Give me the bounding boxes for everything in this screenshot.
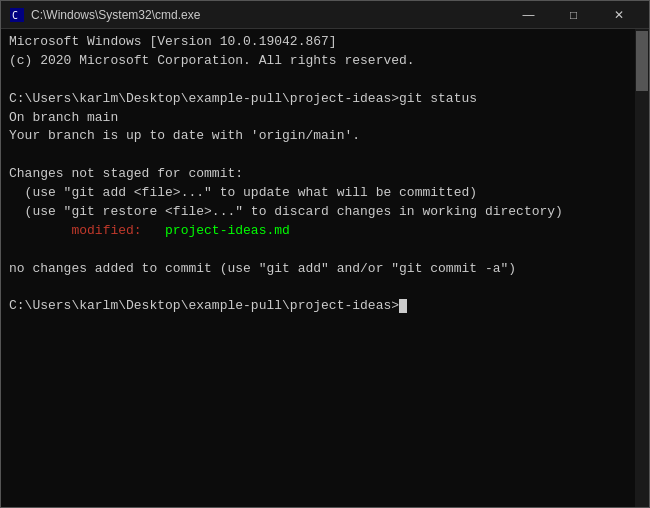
maximize-button[interactable]: □ xyxy=(551,1,596,29)
line-3-empty xyxy=(9,71,641,90)
cmd-icon: C xyxy=(9,7,25,23)
cursor xyxy=(399,299,407,313)
terminal-content: Microsoft Windows [Version 10.0.19042.86… xyxy=(9,33,641,316)
line-11-modified: modified: project-ideas.md xyxy=(9,222,641,241)
scrollbar-thumb[interactable] xyxy=(636,31,648,91)
window-title: C:\Windows\System32\cmd.exe xyxy=(31,8,200,22)
line-4: C:\Users\karlm\Desktop\example-pull\proj… xyxy=(9,90,641,109)
line-10: (use "git restore <file>..." to discard … xyxy=(9,203,641,222)
title-bar: C C:\Windows\System32\cmd.exe — □ ✕ xyxy=(1,1,649,29)
scrollbar[interactable] xyxy=(635,29,649,507)
line-15-prompt: C:\Users\karlm\Desktop\example-pull\proj… xyxy=(9,297,641,316)
line-6: Your branch is up to date with 'origin/m… xyxy=(9,127,641,146)
line-5: On branch main xyxy=(9,109,641,128)
line-14-empty xyxy=(9,278,641,297)
line-2: (c) 2020 Microsoft Corporation. All righ… xyxy=(9,52,641,71)
line-8: Changes not staged for commit: xyxy=(9,165,641,184)
line-7-empty xyxy=(9,146,641,165)
cmd-window: C C:\Windows\System32\cmd.exe — □ ✕ Micr… xyxy=(0,0,650,508)
line-12-empty xyxy=(9,241,641,260)
modified-file: project-ideas.md xyxy=(165,223,290,238)
svg-text:C: C xyxy=(12,10,18,21)
modified-label: modified: xyxy=(9,223,165,238)
close-button[interactable]: ✕ xyxy=(596,1,641,29)
minimize-button[interactable]: — xyxy=(506,1,551,29)
window-controls: — □ ✕ xyxy=(506,1,641,29)
line-13: no changes added to commit (use "git add… xyxy=(9,260,641,279)
line-1: Microsoft Windows [Version 10.0.19042.86… xyxy=(9,33,641,52)
line-9: (use "git add <file>..." to update what … xyxy=(9,184,641,203)
terminal-body[interactable]: Microsoft Windows [Version 10.0.19042.86… xyxy=(1,29,649,507)
title-bar-left: C C:\Windows\System32\cmd.exe xyxy=(9,7,200,23)
